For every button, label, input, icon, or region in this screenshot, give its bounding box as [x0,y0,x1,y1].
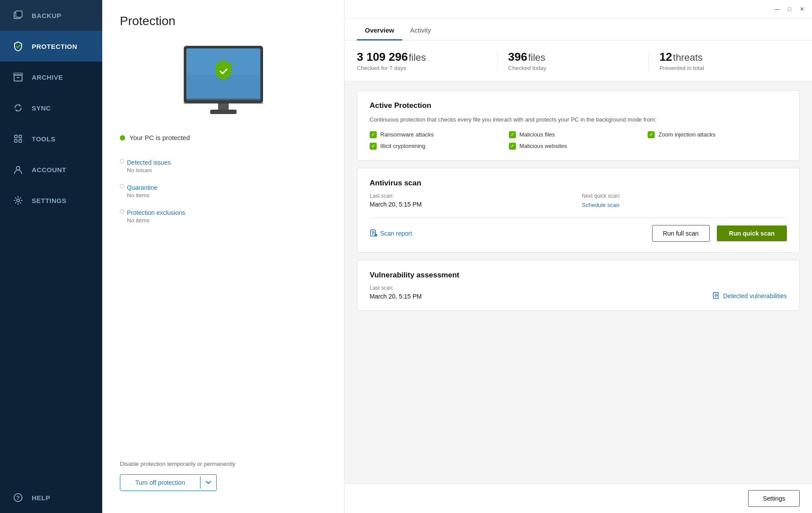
feature-cryptomining: Illicit cryptomining [370,143,509,150]
last-scan-value: March 20, 5:15 PM [370,201,575,208]
check-icon-zoom-injection [648,131,655,138]
scan-info-grid: Last scan: March 20, 5:15 PM Next quick … [370,193,787,209]
stat-files-today: 396files Checked today [497,50,648,71]
svg-rect-19 [184,99,263,104]
svg-rect-26 [715,294,717,295]
exclusions-link[interactable]: Protection exclusions [120,209,326,216]
sidebar-item-backup-label: BACKUP [32,12,61,19]
card-divider [370,218,787,218]
turn-off-label: Turn off protection [120,475,200,491]
sidebar-item-tools-label: TOOLS [32,135,56,143]
exclusions-item: Protection exclusions No items [120,209,326,224]
minimize-button[interactable]: — [774,6,780,12]
detected-vulnerabilities-text: Detected vulnerabilities [723,292,787,299]
sync-icon [12,102,24,114]
gear-icon [12,195,24,206]
svg-rect-18 [210,110,237,114]
feature-malicious-websites: Malicious websites [509,143,648,150]
sidebar-item-archive[interactable]: ARCHIVE [0,62,102,92]
check-icon-ransomware [370,131,377,138]
sidebar-item-sync[interactable]: SYNC [0,92,102,123]
svg-rect-23 [372,234,374,235]
quarantine-item: Quarantine No items [120,184,326,199]
svg-rect-6 [15,135,17,138]
vulnerability-row: Last scan: March 20, 5:15 PM Detected vu… [370,285,787,300]
vuln-last-scan-value: March 20, 5:15 PM [370,293,422,300]
svg-rect-28 [715,296,716,297]
sidebar: BACKUP PROTECTION ARCHIVE [0,0,102,513]
next-scan-label: Next quick scan: [582,193,787,199]
status-dot [120,135,125,140]
sidebar-item-backup[interactable]: BACKUP [0,0,102,31]
active-protection-card: Active Protection Continuous protection … [357,90,800,161]
sidebar-item-settings[interactable]: SETTINGS [0,185,102,216]
detected-vulnerabilities-link[interactable]: Detected vulnerabilities [712,292,787,300]
sidebar-item-tools[interactable]: TOOLS [0,123,102,154]
maximize-button[interactable]: □ [786,6,793,12]
feature-label-cryptomining: Illicit cryptomining [380,143,426,149]
title-bar: — □ ✕ [345,0,812,18]
settings-button[interactable]: Settings [748,490,800,507]
detected-issues-sub: No issues [120,167,326,173]
svg-rect-27 [715,295,718,296]
run-full-scan-button[interactable]: Run full scan [652,225,710,242]
stat-number-7days: 3 109 296files [357,50,486,64]
svg-point-10 [16,166,20,170]
svg-text:?: ? [16,495,20,501]
feature-malicious-files: Malicious files [509,131,648,138]
scan-report-link[interactable]: Scan report [370,229,645,237]
feature-zoom-injection: Zoom injection attacks [648,131,787,138]
stats-bar: 3 109 296files Checked for 7 days 396fil… [345,41,812,81]
last-scan-col: Last scan: March 20, 5:15 PM [370,193,575,209]
last-scan-label: Last scan: [370,193,575,199]
tab-overview[interactable]: Overview [357,18,402,40]
detected-issues-item: Detected issues No issues [120,159,326,173]
svg-rect-22 [372,233,375,233]
shield-icon [12,41,24,52]
stat-files-7days: 3 109 296files Checked for 7 days [357,50,497,71]
sidebar-item-settings-label: SETTINGS [32,197,67,204]
footer-bar: Settings [345,483,812,513]
svg-rect-21 [372,231,374,232]
scan-actions: Scan report Run full scan Run quick scan [370,225,787,242]
svg-rect-4 [14,73,22,75]
sidebar-item-protection[interactable]: PROTECTION [0,31,102,62]
page-title: Protection [102,0,344,37]
stat-label-7days: Checked for 7 days [357,65,486,71]
svg-rect-9 [19,140,22,142]
active-protection-desc: Continuous protection that checks every … [370,115,787,124]
detected-issues-link[interactable]: Detected issues [120,159,326,166]
status-text: Your PC is protected [130,134,190,141]
monitor-svg [175,41,272,121]
tools-icon [12,133,24,144]
vulnerabilities-icon [712,292,720,300]
sidebar-item-account-label: ACCOUNT [32,166,67,173]
quarantine-sub: No items [120,192,326,199]
sidebar-item-account[interactable]: ACCOUNT [0,154,102,185]
sidebar-item-help[interactable]: ? HELP [0,482,102,513]
schedule-scan-link[interactable]: Schedule scan [582,202,619,208]
feature-label-malicious-websites: Malicious websites [519,143,567,149]
antivirus-scan-card: Antivirus scan Last scan: March 20, 5:15… [357,168,800,253]
stat-label-threats: Prevented in total [660,65,789,71]
vulnerability-title: Vulnerability assessment [370,271,787,280]
chevron-down-icon [200,476,216,489]
disable-section: Disable protection temporarily or perman… [102,447,344,513]
exclusions-sub: No items [120,217,326,224]
quarantine-link[interactable]: Quarantine [120,184,326,191]
monitor-illustration [102,37,344,129]
main-area: Protection Your PC is protect [102,0,812,513]
tabs-bar: Overview Activity [345,18,812,41]
help-icon: ? [12,492,24,503]
feature-label-zoom-injection: Zoom injection attacks [658,131,715,138]
disable-text: Disable protection temporarily or perman… [120,460,326,469]
copy-icon [12,10,24,21]
turn-off-protection-button[interactable]: Turn off protection [120,474,217,491]
run-quick-scan-button[interactable]: Run quick scan [717,225,787,241]
tab-activity[interactable]: Activity [402,18,439,40]
vuln-last-scan-label: Last scan: [370,285,422,291]
feature-ransomware: Ransomware attacks [370,131,509,138]
close-button[interactable]: ✕ [799,6,805,12]
sidebar-item-protection-label: PROTECTION [32,43,77,50]
archive-icon [12,71,24,83]
